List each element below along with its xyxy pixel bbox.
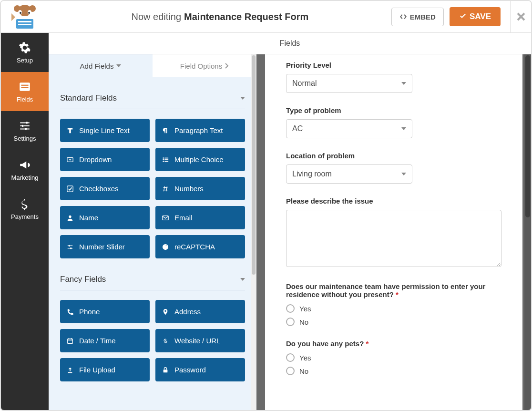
standard-fields-grid: Single Line Text Paragraph Text Dropdown… [60, 109, 245, 268]
svg-rect-25 [163, 216, 168, 220]
sidenav-item-fields[interactable]: Fields [1, 72, 49, 111]
svg-rect-23 [67, 185, 73, 191]
field-priority-level[interactable]: Priority Level Normal [286, 61, 501, 93]
section-fancy-fields[interactable]: Fancy Fields [60, 268, 245, 290]
bullhorn-icon [19, 159, 31, 171]
svg-rect-11 [21, 84, 28, 85]
field-permission[interactable]: Does our maintenance team have permissio… [286, 282, 501, 326]
panel-tabs: Add Fields Field Options [49, 54, 256, 77]
chevron-down-icon [401, 82, 406, 85]
problem-type-label: Type of problem [286, 106, 501, 114]
close-button[interactable] [510, 1, 531, 32]
field-single-line-text[interactable]: Single Line Text [60, 119, 150, 142]
phone-icon [67, 308, 73, 315]
pets-no[interactable]: No [286, 367, 501, 375]
form-name: Maintenance Request Form [184, 11, 308, 22]
sidenav-item-payments[interactable]: Payments [1, 189, 49, 228]
svg-rect-22 [164, 161, 168, 162]
field-multiple-choice[interactable]: Multiple Choice [155, 148, 245, 171]
pin-icon [162, 308, 169, 315]
field-recaptcha[interactable]: reCAPTCHA [155, 235, 245, 258]
pets-yes[interactable]: Yes [286, 353, 501, 362]
priority-label: Priority Level [286, 61, 501, 69]
location-label: Location of problem [286, 152, 501, 160]
right-scrollbar[interactable] [524, 54, 531, 410]
chevron-down-icon [401, 173, 406, 175]
permission-yes[interactable]: Yes [286, 304, 501, 313]
field-address[interactable]: Address [155, 300, 245, 323]
panel-content: Standard Fields Single Line Text Paragra… [49, 77, 256, 410]
field-phone[interactable]: Phone [60, 300, 150, 323]
svg-point-26 [69, 245, 71, 247]
svg-rect-18 [164, 157, 168, 158]
problem-type-select[interactable]: AC [286, 119, 412, 138]
field-date-time[interactable]: Date / Time [60, 329, 150, 352]
permission-radio-group: Yes No [286, 304, 501, 326]
chevron-down-icon [401, 127, 406, 130]
svg-point-27 [70, 247, 72, 249]
field-paragraph-text[interactable]: Paragraph Text [155, 119, 245, 142]
dropdown-icon [67, 156, 73, 163]
priority-select[interactable]: Normal [286, 74, 412, 93]
svg-point-6 [28, 12, 30, 14]
center-body: Add Fields Field Options Standard Fields [49, 54, 531, 410]
page-title: Now editing Maintenance Request Form [49, 11, 391, 22]
tab-field-options[interactable]: Field Options [153, 54, 256, 77]
svg-rect-8 [18, 21, 31, 22]
slider-icon [67, 244, 73, 250]
radio-icon [286, 318, 295, 326]
main: Setup Fields Settings Marketing Payments… [1, 33, 531, 410]
section-standard-fields[interactable]: Standard Fields [60, 87, 245, 109]
permission-label: Does our maintenance team have permissio… [286, 282, 501, 298]
left-panel: Add Fields Field Options Standard Fields [49, 54, 256, 410]
svg-rect-12 [21, 87, 28, 88]
permission-no[interactable]: No [286, 318, 501, 326]
describe-label: Please describe the issue [286, 197, 501, 205]
svg-point-15 [25, 128, 27, 130]
form-preview: Priority Level Normal Type of problem AC [265, 54, 522, 410]
right-panel: Priority Level Normal Type of problem AC [256, 54, 531, 410]
svg-rect-29 [164, 370, 168, 372]
embed-button[interactable]: EMBED [391, 8, 444, 26]
field-pets[interactable]: Do you have any pets? * Yes No [286, 339, 501, 375]
sidenav-item-marketing[interactable]: Marketing [1, 150, 49, 189]
close-icon [516, 12, 526, 21]
sidenav-item-setup[interactable]: Setup [1, 33, 49, 72]
field-number-slider[interactable]: Number Slider [60, 235, 150, 258]
field-location-of-problem[interactable]: Location of problem Living room [286, 152, 501, 184]
tab-add-fields[interactable]: Add Fields [49, 54, 153, 77]
field-file-upload[interactable]: File Upload [60, 358, 150, 381]
svg-point-13 [26, 122, 28, 123]
pets-radio-group: Yes No [286, 353, 501, 375]
field-email[interactable]: Email [155, 206, 245, 229]
hash-icon [162, 185, 169, 192]
field-numbers[interactable]: Numbers [155, 177, 245, 200]
svg-point-19 [163, 159, 164, 160]
radio-icon [286, 367, 295, 375]
svg-rect-28 [68, 339, 73, 343]
text-icon [67, 127, 73, 134]
svg-point-21 [163, 161, 164, 162]
svg-rect-20 [164, 159, 168, 160]
describe-textarea[interactable] [286, 210, 501, 267]
sidenav-item-settings[interactable]: Settings [1, 111, 49, 150]
field-password[interactable]: Password [155, 358, 245, 381]
save-button[interactable]: SAVE [450, 7, 501, 26]
app-logo[interactable] [1, 1, 49, 32]
field-dropdown[interactable]: Dropdown [60, 148, 150, 171]
check-icon [459, 13, 467, 21]
paragraph-icon [162, 127, 169, 134]
center: Fields Add Fields Field Options [49, 33, 531, 410]
field-checkboxes[interactable]: Checkboxes [60, 177, 150, 200]
svg-point-14 [22, 124, 24, 126]
envelope-icon [162, 215, 169, 221]
location-select[interactable]: Living room [286, 164, 412, 184]
field-type-of-problem[interactable]: Type of problem AC [286, 106, 501, 138]
radio-icon [286, 353, 295, 362]
field-name[interactable]: Name [60, 206, 150, 229]
left-scrollbar[interactable] [251, 54, 256, 410]
field-website-url[interactable]: Website / URL [155, 329, 245, 352]
upload-icon [67, 367, 73, 373]
field-describe-issue[interactable]: Please describe the issue [286, 197, 501, 269]
svg-point-17 [163, 157, 164, 159]
